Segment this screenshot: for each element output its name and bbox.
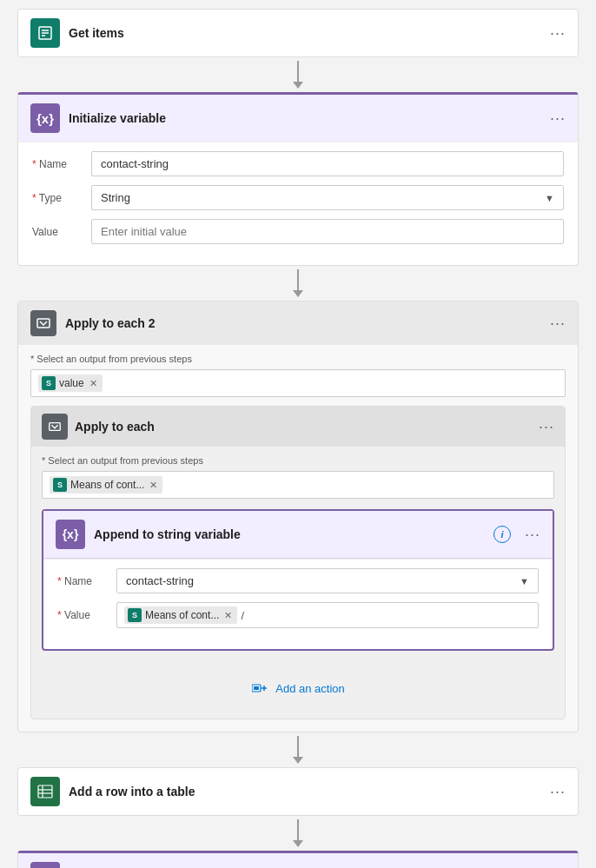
- get-items-more[interactable]: ···: [550, 24, 566, 43]
- append-to-string-card: {x} Append to string variable i ··· Name…: [42, 509, 554, 651]
- svg-rect-4: [37, 319, 50, 328]
- inner-output-chips-row[interactable]: S Means of cont... ✕: [42, 471, 554, 499]
- type-label: Type: [32, 192, 84, 204]
- initialize-variable-more[interactable]: ···: [550, 109, 566, 128]
- apply-to-each-inner-title: Apply to each: [75, 420, 532, 434]
- apply-to-each-inner-body: * Select an output from previous steps S…: [31, 447, 565, 719]
- value-label: Value: [32, 226, 84, 238]
- initialize-variable-title: Initialize variable: [69, 111, 541, 125]
- value-chip: S value ✕: [38, 374, 103, 392]
- append-name-value: contact-string: [126, 574, 194, 587]
- append-title: Append to string variable: [94, 527, 485, 541]
- append-icon: {x}: [56, 520, 85, 549]
- info-icon[interactable]: i: [493, 526, 511, 543]
- apply-to-each-inner-header: Apply to each ···: [31, 407, 565, 447]
- append-name-label: Name: [57, 575, 109, 587]
- apply-to-each-2-title: Apply to each 2: [65, 316, 541, 330]
- append-means-chip-icon: S: [128, 608, 142, 622]
- append-body: Name contact-string ▼ Value: [43, 559, 553, 649]
- append-more[interactable]: ···: [525, 526, 540, 544]
- means-chip-label: Means of cont...: [70, 479, 144, 491]
- apply-to-each-2-body: * Select an output from previous steps S…: [18, 345, 578, 732]
- add-row-title: Add a row into a table: [69, 785, 541, 798]
- type-chevron-icon: ▼: [545, 193, 554, 203]
- get-items-icon: [30, 18, 60, 48]
- svg-rect-6: [254, 686, 259, 690]
- type-value: String: [101, 191, 130, 204]
- output-chips-row-2[interactable]: S value ✕: [30, 369, 566, 397]
- means-chip: S Means of cont... ✕: [50, 476, 162, 494]
- get-items-card: Get items ···: [17, 9, 579, 57]
- slash-text: /: [241, 609, 244, 622]
- append-means-chip-label: Means of cont...: [145, 609, 219, 621]
- inner-output-label: * Select an output from previous steps: [42, 455, 554, 466]
- output-label-2: * Select an output from previous steps: [30, 354, 566, 364]
- get-items-title: Get items: [69, 26, 541, 40]
- set-variable-icon: {x}: [30, 862, 60, 868]
- arrow-3: [293, 732, 303, 767]
- svg-rect-10: [38, 785, 52, 798]
- append-means-chip: S Means of cont... ✕: [124, 606, 237, 624]
- value-input[interactable]: [91, 219, 564, 244]
- arrow-2: [293, 266, 303, 301]
- append-name-select[interactable]: contact-string ▼: [116, 568, 539, 593]
- apply-to-each-inner-icon: [42, 414, 68, 440]
- svg-rect-5: [50, 423, 60, 431]
- initialize-variable-card: {x} Initialize variable ··· Name Type St…: [17, 92, 579, 266]
- means-chip-icon: S: [53, 478, 67, 492]
- value-chip-close[interactable]: ✕: [89, 378, 97, 389]
- value-chip-icon: S: [42, 376, 56, 390]
- append-value-field[interactable]: S Means of cont... ✕ /: [116, 602, 539, 628]
- apply-to-each-inner-container: Apply to each ··· * Select an output fro…: [30, 406, 566, 719]
- apply-to-each-2-container: Apply to each 2 ··· * Select an output f…: [17, 301, 579, 732]
- set-variable-card: {x} Set variable ··· Name contact-string…: [17, 851, 579, 868]
- apply-to-each-2-more[interactable]: ···: [550, 315, 566, 333]
- name-input[interactable]: [91, 151, 564, 176]
- append-means-chip-close[interactable]: ✕: [224, 610, 232, 621]
- add-action-button[interactable]: Add an action: [237, 672, 359, 705]
- append-value-label: Value: [57, 609, 109, 621]
- name-label: Name: [32, 158, 84, 170]
- add-row-card: Add a row into a table ···: [17, 767, 579, 816]
- append-name-chevron-icon: ▼: [520, 576, 529, 586]
- apply-to-each-inner-more[interactable]: ···: [539, 418, 554, 436]
- initialize-variable-icon: {x}: [30, 103, 60, 133]
- add-row-more[interactable]: ···: [550, 783, 566, 801]
- add-action-label: Add an action: [275, 682, 345, 695]
- apply-to-each-2-icon: [30, 310, 56, 336]
- add-row-icon: [30, 777, 60, 806]
- value-chip-label: value: [59, 377, 84, 389]
- arrow-1: [293, 57, 303, 92]
- type-select[interactable]: String ▼: [91, 185, 564, 210]
- apply-to-each-2-header: Apply to each 2 ···: [18, 301, 578, 345]
- add-action-icon: [251, 679, 270, 698]
- means-chip-close[interactable]: ✕: [149, 480, 157, 491]
- arrow-4: [293, 816, 303, 851]
